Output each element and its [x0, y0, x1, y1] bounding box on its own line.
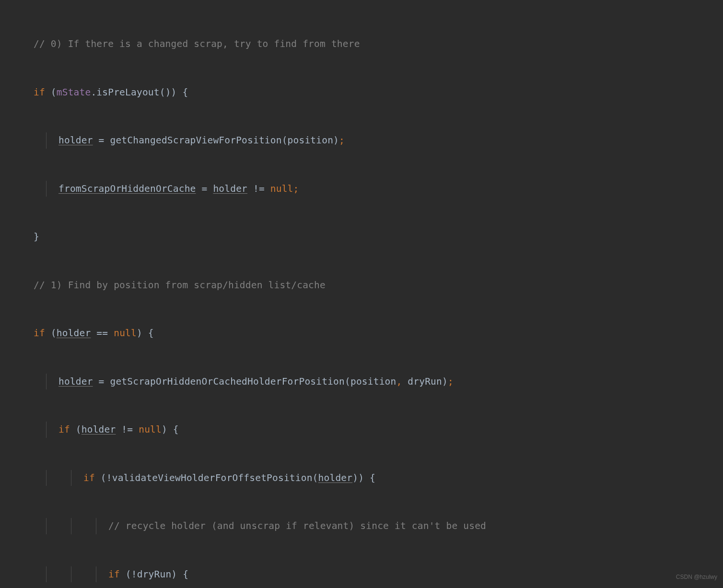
code-line: if (holder == null) { [9, 325, 723, 341]
code-line: } [9, 229, 723, 245]
code-line: holder = getScrapOrHiddenOrCachedHolderF… [9, 374, 723, 390]
code-line: // 0) If there is a changed scrap, try t… [9, 36, 723, 52]
code-line: holder = getChangedScrapViewForPosition(… [9, 132, 723, 149]
code-line: // 1) Find by position from scrap/hidden… [9, 277, 723, 294]
code-editor[interactable]: // 0) If there is a changed scrap, try t… [0, 0, 723, 588]
code-line: if (!validateViewHolderForOffsetPosition… [9, 470, 723, 486]
code-line: if (holder != null) { [9, 422, 723, 438]
code-line: fromScrapOrHiddenOrCache = holder != nul… [9, 181, 723, 197]
code-line: if (mState.isPreLayout()) { [9, 84, 723, 101]
comment-text: // 0) If there is a changed scrap, try t… [34, 38, 360, 49]
code-line: // recycle holder (and unscrap if releva… [9, 518, 723, 534]
comment-text: // 1) Find by position from scrap/hidden… [34, 280, 326, 291]
comment-text: // recycle holder (and unscrap if releva… [108, 520, 486, 531]
code-line: if (!dryRun) { [9, 566, 723, 583]
watermark-text: CSDN @hzulwy [676, 569, 717, 586]
